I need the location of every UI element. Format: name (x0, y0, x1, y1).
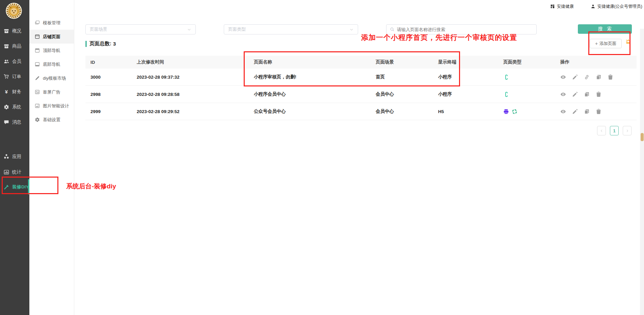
topbar-shop-entry[interactable]: 安捷健康 (550, 4, 574, 9)
sidebar-item-overview[interactable]: 概况 (0, 23, 29, 38)
members-users-icon (4, 59, 9, 64)
message-chat-icon (4, 120, 9, 125)
miniprogram-icon (503, 91, 509, 97)
sidebar-item-system[interactable]: 系统 (0, 99, 29, 114)
h5-ring-icon (512, 109, 517, 114)
cell-modified-time: 2023-02-28 09:28:58 (137, 92, 254, 97)
view-eye-icon[interactable] (560, 91, 566, 97)
sidebar-item-label: 会员 (12, 58, 21, 64)
chevron-down-icon (349, 27, 354, 32)
goods-box-icon (4, 44, 9, 49)
submenu-item-image-design[interactable]: 图片智能设计 (29, 99, 74, 113)
diy-active-indicator (28, 179, 29, 194)
cell-modified-time: 2023-02-28 09:29:52 (137, 109, 254, 114)
scrollbar-thumb[interactable] (641, 133, 644, 141)
page-number-button[interactable]: 1 (610, 126, 619, 135)
cell-page-name: 小程序会员中心 (254, 91, 376, 97)
edit-pencil-icon[interactable] (572, 74, 578, 80)
add-page-label: 添加页面 (599, 41, 616, 47)
delete-trash-icon[interactable] (596, 109, 601, 114)
view-eye-icon[interactable] (560, 109, 566, 114)
sidebar-item-members[interactable]: 会员 (0, 54, 29, 69)
col-header-name: 页面名称 (254, 59, 376, 65)
stats-chart-icon (4, 169, 9, 175)
cell-id: 2998 (90, 92, 137, 97)
secondary-sidebar: 模板管理 店铺页面 顶部导航 底部导航 diy模板市场 首屏广告 图片智能设计 … (29, 0, 74, 315)
page-scene-select[interactable]: 页面场景 (85, 24, 196, 34)
page-type-select[interactable]: 页面类型 (224, 24, 358, 34)
sidebar-item-finance[interactable]: ¥财务 (0, 84, 29, 99)
scene-placeholder: 页面场景 (90, 26, 107, 32)
topbar-user-menu[interactable]: 安捷健康(公众号管理员) (591, 4, 642, 9)
edit-pencil-icon[interactable] (572, 91, 578, 97)
cell-scene: 会员中心 (376, 91, 438, 97)
plus-icon: + (595, 41, 598, 46)
delete-trash-icon[interactable] (596, 91, 601, 97)
submenu-item-label: diy模板市场 (43, 75, 66, 81)
col-header-scene: 页面场景 (376, 59, 438, 65)
submenu-item-label: 顶部导航 (43, 48, 60, 54)
finance-yen-icon: ¥ (4, 89, 9, 95)
search-input[interactable] (397, 27, 533, 32)
cell-terminal: H5 (438, 109, 503, 114)
diy-hammer-icon (4, 184, 9, 190)
col-header-type: 页面类型 (503, 59, 560, 65)
prev-page-button[interactable] (597, 126, 606, 135)
search-button[interactable]: 搜索 (578, 24, 632, 34)
scrollbar-track[interactable] (640, 29, 644, 315)
table-row: 2998 2023-02-28 09:28:58 小程序会员中心 会员中心 小程… (85, 86, 637, 103)
sidebar-item-goods[interactable]: 商品 (0, 38, 29, 54)
apps-cubes-icon (4, 154, 9, 159)
page-name-search (386, 24, 537, 34)
submenu-item-label: 图片智能设计 (43, 103, 69, 109)
cell-page-name: 小程序审核页，勿删! (254, 74, 376, 80)
overview-box-icon (4, 28, 9, 34)
submenu-item-basic-settings[interactable]: 基础设置 (29, 113, 74, 127)
submenu-item-diy-market[interactable]: diy模板市场 (29, 71, 74, 85)
submenu-item-label: 模板管理 (43, 20, 60, 26)
user-icon (591, 4, 595, 9)
link-icon[interactable] (584, 74, 590, 80)
sidebar-item-orders[interactable]: 订单 (0, 69, 29, 84)
copy-icon[interactable] (584, 91, 590, 97)
table-row: 3000 2023-02-28 09:37:32 小程序审核页，勿删! 首页 小… (85, 69, 637, 86)
pages-table: ID 上次修改时间 页面名称 页面场景 显示终端 页面类型 操作 3000 20… (85, 56, 637, 120)
submenu-item-bottom-nav[interactable]: 底部导航 (29, 57, 74, 71)
sidebar-item-label: 财务 (12, 89, 21, 95)
topbar: 安捷健康 安捷健康(公众号管理员) (74, 0, 644, 13)
sidebar-item-label: 消息 (12, 119, 21, 125)
accent-bar (85, 41, 87, 47)
table-row: 2999 2023-02-28 09:29:52 公众号会员中心 会员中心 H5 (85, 103, 637, 120)
delete-trash-icon[interactable] (608, 74, 613, 80)
submenu-item-template-manage[interactable]: 模板管理 (29, 16, 74, 30)
chevron-down-icon (187, 27, 191, 32)
submenu-item-splash-ad[interactable]: 首屏广告 (29, 85, 74, 99)
alarm-icon[interactable] (625, 39, 632, 46)
primary-sidebar: 概况 商品 会员 订单 ¥财务 系统 消息 应用 统计 装修DIY (0, 0, 29, 315)
next-page-button[interactable] (623, 126, 632, 135)
sidebar-item-label: 统计 (12, 169, 21, 175)
cell-scene: 会员中心 (376, 108, 438, 114)
sidebar-item-diy[interactable]: 装修DIY (0, 179, 29, 194)
primary-nav: 概况 商品 会员 订单 ¥财务 系统 消息 (0, 23, 29, 130)
cell-terminal: 小程序 (438, 91, 503, 97)
cell-id: 3000 (90, 75, 137, 80)
chevron-right-icon (625, 129, 629, 133)
submenu-item-shop-pages[interactable]: 店铺页面 (29, 30, 74, 44)
cell-modified-time: 2023-02-28 09:37:32 (137, 75, 254, 80)
sidebar-item-apps[interactable]: 应用 (0, 152, 29, 161)
pagination: 1 (597, 126, 632, 135)
sidebar-item-stats[interactable]: 统计 (0, 167, 29, 177)
search-icon (390, 27, 395, 32)
add-page-button[interactable]: +添加页面 (590, 39, 622, 48)
sidebar-item-message[interactable]: 消息 (0, 114, 29, 130)
copy-icon[interactable] (584, 109, 590, 114)
window-top-icon (35, 48, 40, 53)
copy-icon[interactable] (596, 74, 601, 80)
submenu-item-top-nav[interactable]: 顶部导航 (29, 44, 74, 57)
shop-logo-avatar[interactable] (6, 3, 22, 19)
submenu-item-label: 基础设置 (43, 117, 60, 123)
view-eye-icon[interactable] (560, 74, 566, 80)
edit-pencil-icon[interactable] (572, 109, 578, 114)
system-gear-icon (4, 104, 9, 110)
